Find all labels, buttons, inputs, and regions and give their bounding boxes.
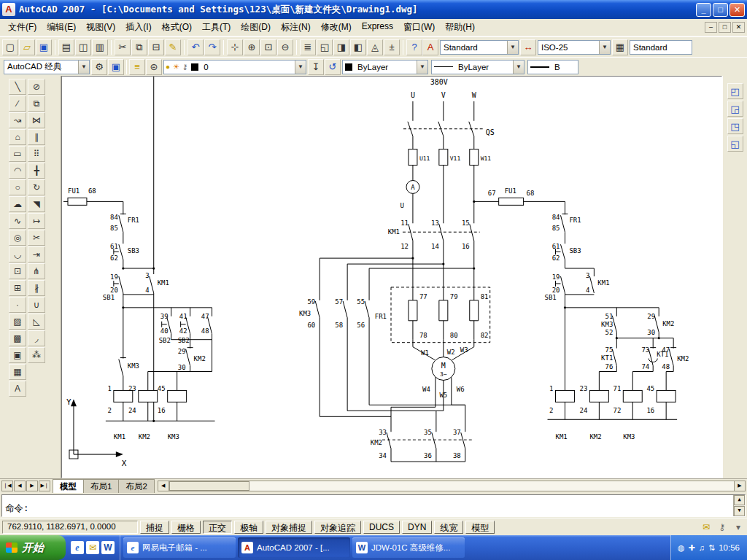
workspace-combo[interactable]: AutoCAD 经典 ▼ bbox=[4, 60, 90, 74]
taskbar-task[interactable]: AAutoCAD 2007 - [... bbox=[238, 537, 350, 558]
menu-item[interactable]: 文件(F) bbox=[3, 19, 42, 36]
layer-states-icon[interactable]: ⊜ bbox=[146, 59, 162, 75]
layer-on-bulb-icon[interactable]: ● bbox=[166, 63, 170, 71]
status-toggle-polar[interactable]: 极轴 bbox=[234, 521, 263, 534]
properties-button[interactable]: ≣ bbox=[300, 39, 316, 55]
save-button[interactable]: ▣ bbox=[36, 39, 52, 55]
chamfer-tool[interactable]: ◺ bbox=[28, 314, 45, 330]
layer-combo[interactable]: ● ☀ ⚷ 0 ▼ bbox=[163, 60, 306, 74]
construction-line-tool[interactable]: ∕ bbox=[9, 96, 26, 112]
designcenter-button[interactable]: ◱ bbox=[317, 39, 333, 55]
volume-tray-icon[interactable]: ♫ bbox=[699, 543, 705, 553]
insert-block-tool[interactable]: ⊡ bbox=[9, 263, 26, 279]
menu-item[interactable]: 窗口(W) bbox=[398, 19, 440, 36]
tab-model[interactable]: 模型 bbox=[53, 479, 84, 494]
scroll-down-icon[interactable]: ▼ bbox=[734, 506, 745, 516]
rectangle-tool[interactable]: ▭ bbox=[9, 146, 26, 162]
mdi-close-button[interactable]: ✕ bbox=[732, 22, 745, 33]
scale-tool[interactable]: ◥ bbox=[28, 196, 45, 212]
break-at-point-tool[interactable]: ⋔ bbox=[28, 263, 45, 279]
move-tool[interactable]: ╋ bbox=[28, 163, 45, 179]
antivirus-tray-icon[interactable]: ✚ bbox=[689, 543, 695, 553]
erase-tool[interactable]: ⊘ bbox=[28, 79, 45, 95]
hatch-tool[interactable]: ▨ bbox=[9, 314, 26, 330]
revision-cloud-tool[interactable]: ☁ bbox=[9, 196, 26, 212]
paste-button[interactable]: ⊟ bbox=[148, 39, 164, 55]
chevron-down-icon[interactable]: ▼ bbox=[78, 61, 89, 74]
copy-tool[interactable]: ⧉ bbox=[28, 96, 45, 112]
draw-order-send-to-back-button[interactable]: ◲ bbox=[727, 101, 743, 117]
point-tool[interactable]: ∙ bbox=[9, 297, 26, 313]
mail-quicklaunch-icon[interactable]: ✉ bbox=[86, 541, 99, 554]
match-properties-button[interactable]: ✎ bbox=[165, 39, 181, 55]
close-button[interactable]: ✕ bbox=[729, 3, 745, 17]
circle-tool[interactable]: ○ bbox=[9, 179, 26, 195]
table-style-combo[interactable]: Standard bbox=[630, 40, 692, 55]
chevron-down-icon[interactable]: ▼ bbox=[417, 61, 427, 74]
help-button[interactable]: ? bbox=[406, 39, 422, 55]
taskbar-task[interactable]: WJDW-01C 高级维修... bbox=[352, 537, 465, 558]
quickcalc-button[interactable]: ± bbox=[384, 39, 400, 55]
status-toggle-dyn[interactable]: DYN bbox=[402, 521, 432, 534]
menu-item[interactable]: 标注(N) bbox=[276, 19, 316, 36]
ellipse-tool[interactable]: ◎ bbox=[9, 230, 26, 246]
network-tray-icon[interactable]: ⇅ bbox=[708, 543, 715, 553]
cut-button[interactable]: ✂ bbox=[115, 39, 131, 55]
chevron-down-icon[interactable]: ▼ bbox=[599, 41, 610, 54]
scroll-up-icon[interactable]: ▲ bbox=[734, 495, 745, 505]
make-object-layer-current-icon[interactable]: ↧ bbox=[308, 59, 324, 75]
workspace-settings-icon[interactable]: ⚙ bbox=[91, 59, 107, 75]
trim-tool[interactable]: ✂ bbox=[28, 230, 45, 246]
status-toggle-ducs[interactable]: DUCS bbox=[363, 521, 400, 534]
communication-center-icon[interactable]: ✉ bbox=[700, 521, 713, 534]
status-toggle-grid[interactable]: 栅格 bbox=[171, 521, 201, 534]
menu-item[interactable]: 工具(T) bbox=[197, 19, 236, 36]
tool-palettes-button[interactable]: ◨ bbox=[333, 39, 349, 55]
chevron-down-icon[interactable]: ▼ bbox=[513, 61, 524, 74]
save-workspace-icon[interactable]: ▣ bbox=[108, 59, 124, 75]
mdi-minimize-button[interactable]: – bbox=[705, 22, 717, 33]
new-button[interactable]: ▢ bbox=[2, 39, 18, 55]
plot-button[interactable]: ▤ bbox=[58, 39, 74, 55]
tab-layout1[interactable]: 布局1 bbox=[83, 479, 119, 494]
line-tool[interactable]: ╲ bbox=[9, 79, 26, 95]
markup-set-manager-button[interactable]: ◬ bbox=[367, 39, 383, 55]
im-tray-icon[interactable]: ◍ bbox=[678, 543, 685, 553]
extend-tool[interactable]: ⇥ bbox=[28, 246, 45, 262]
layer-thaw-sun-icon[interactable]: ☀ bbox=[173, 63, 179, 71]
draw-order-send-under-button[interactable]: ◱ bbox=[727, 136, 743, 152]
undo-button[interactable]: ↶ bbox=[187, 39, 204, 55]
model-space-canvas[interactable]: 380VUVWQSU11V11W11AU67FU168111315KM11214… bbox=[61, 76, 722, 478]
stretch-tool[interactable]: ↦ bbox=[28, 213, 45, 229]
scroll-right-icon[interactable]: ▶ bbox=[734, 481, 746, 491]
break-tool[interactable]: ∦ bbox=[28, 280, 45, 296]
layer-lock-icon[interactable]: ⚷ bbox=[182, 63, 187, 71]
table-tool[interactable]: ▦ bbox=[9, 364, 26, 380]
arc-tool[interactable]: ◠ bbox=[9, 163, 26, 179]
tab-nav-last-button[interactable]: ▶❘ bbox=[39, 481, 50, 491]
mdi-restore-button[interactable]: □ bbox=[719, 22, 731, 33]
pan-button[interactable]: ⊹ bbox=[227, 39, 243, 55]
join-tool[interactable]: ∪ bbox=[28, 297, 45, 313]
lineweight-combo[interactable]: B bbox=[527, 60, 578, 74]
restore-button[interactable]: □ bbox=[713, 3, 728, 17]
taskbar-task[interactable]: e网易电子邮箱 - ... bbox=[123, 537, 236, 558]
start-button[interactable]: 开始 bbox=[0, 535, 66, 560]
publish-button[interactable]: ▥ bbox=[92, 39, 108, 55]
tab-nav-first-button[interactable]: ❘◀ bbox=[1, 481, 13, 491]
menu-item[interactable]: 帮助(H) bbox=[440, 19, 480, 36]
fillet-tool[interactable]: ◞ bbox=[28, 330, 45, 346]
toolbar-lock-icon[interactable]: ⚷ bbox=[716, 521, 729, 534]
tab-nav-next-button[interactable]: ▶ bbox=[26, 481, 38, 491]
horizontal-scrollbar[interactable]: ◀ ▶ bbox=[158, 481, 746, 491]
taskbar-clock[interactable]: 10:56 bbox=[719, 543, 740, 552]
menu-item[interactable]: 编辑(E) bbox=[42, 19, 81, 36]
region-tool[interactable]: ▣ bbox=[9, 347, 26, 363]
status-toggle-otrack[interactable]: 对象追踪 bbox=[314, 521, 361, 534]
zoom-realtime-button[interactable]: ⊕ bbox=[244, 39, 260, 55]
menu-item[interactable]: 插入(I) bbox=[120, 19, 156, 36]
dim-style-combo[interactable]: ISO-25 ▼ bbox=[538, 40, 611, 55]
chevron-down-icon[interactable]: ▼ bbox=[295, 61, 306, 74]
ellipse-arc-tool[interactable]: ◡ bbox=[9, 246, 26, 262]
gradient-tool[interactable]: ▩ bbox=[9, 330, 26, 346]
